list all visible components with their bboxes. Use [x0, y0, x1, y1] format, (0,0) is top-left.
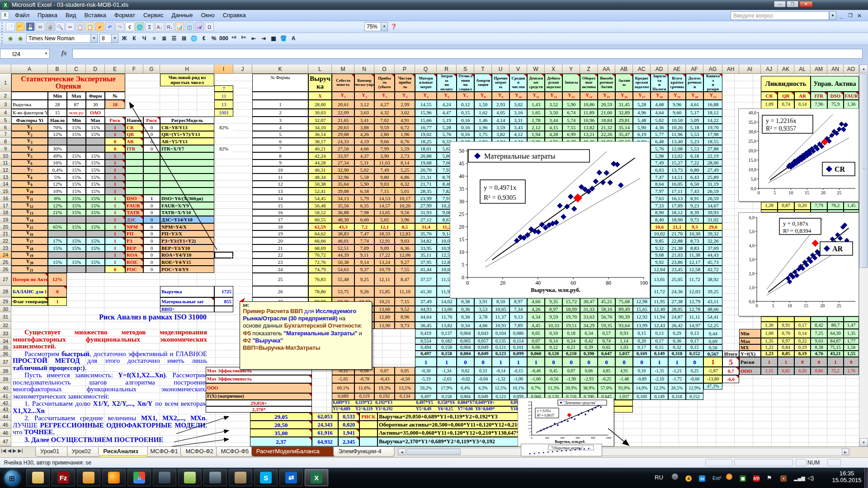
ratio-name[interactable]: NPM	[125, 223, 143, 230]
data-cell[interactable]: 12,17	[686, 258, 703, 266]
ar-chart[interactable]: 0,01,02,03,04,05,06,00510152025y = 0,187…	[738, 212, 859, 316]
risk-flag[interactable]: 1	[105, 124, 125, 131]
data-cell[interactable]: 31,45	[615, 100, 633, 109]
data-cell[interactable]: 18,00	[668, 216, 686, 223]
data-cell[interactable]: 7,22	[686, 160, 703, 166]
stat-cell[interactable]: 1	[415, 357, 437, 367]
stat-cell[interactable]: 0,158	[437, 351, 457, 357]
bottom-cell[interactable]: 0,10	[633, 367, 651, 375]
data-cell[interactable]: 28,35	[415, 188, 437, 195]
stat-cell[interactable]: 0,004	[457, 329, 474, 338]
row-header-41[interactable]: 41	[0, 393, 11, 400]
stat-cell[interactable]: 0,15	[651, 344, 668, 351]
regression-model[interactable]: FAUR=X/Y9	[160, 202, 214, 209]
result-value[interactable]: 62,053	[312, 413, 338, 421]
data-cell[interactable]: 7,74	[354, 237, 374, 244]
data-cell[interactable]: 19,68	[415, 160, 437, 166]
show-desktop-button[interactable]	[864, 468, 868, 488]
cell[interactable]	[143, 181, 160, 188]
stat-value[interactable]: 7,25	[811, 329, 827, 338]
cell[interactable]: 12%	[48, 131, 67, 138]
data-cell[interactable]: 18,84	[598, 117, 615, 124]
monitor-icon[interactable]	[203, 469, 227, 486]
risk-flag[interactable]: 1	[105, 152, 125, 160]
decimal-inc-icon[interactable]: ⁺⁰	[229, 34, 238, 43]
stat-cell[interactable]: 0	[633, 357, 651, 367]
data-cell[interactable]: 10,50	[668, 117, 686, 124]
data-cell[interactable]: 34,29	[580, 322, 598, 329]
risk-flag[interactable]: 1	[105, 160, 125, 166]
factor-label[interactable]: Y5	[11, 152, 48, 160]
firm-number[interactable]: 15	[252, 202, 308, 209]
data-cell[interactable]: 1,46	[474, 117, 492, 124]
data-cell[interactable]: 25,89	[703, 174, 722, 181]
stat-value[interactable]: 0,20	[794, 367, 811, 375]
data-cell[interactable]: 9,25	[354, 273, 374, 286]
firm-number[interactable]: 11	[252, 174, 308, 181]
bottom-cell[interactable]: -0,30	[415, 367, 437, 375]
data-cell[interactable]: 35,76	[415, 230, 437, 237]
data-cell[interactable]: 5,90	[633, 124, 651, 131]
font-name-combo[interactable]: Times New Roman▼	[26, 34, 98, 43]
stat-cell[interactable]: 1	[703, 357, 722, 367]
data-cell[interactable]: 33,95	[415, 244, 437, 252]
redo-icon[interactable]: ↷	[115, 22, 124, 31]
thousands-icon[interactable]: 000	[219, 34, 228, 43]
data-cell[interactable]: 5,53	[686, 131, 703, 138]
data-cell[interactable]: 24,33	[332, 138, 354, 145]
data-cell[interactable]: 35,56	[332, 202, 354, 209]
stat-cell[interactable]: 0,13	[651, 329, 668, 338]
data-cell[interactable]: 18,55	[703, 138, 722, 145]
language-indicator[interactable]: RU	[655, 474, 663, 481]
column-header-AC[interactable]: AC	[633, 65, 651, 74]
factor-label[interactable]: Y12	[11, 202, 48, 209]
cell[interactable]: К-во факторов Y	[11, 109, 48, 117]
data-cell[interactable]: 76,83	[308, 273, 332, 286]
cell[interactable]	[48, 138, 67, 145]
data-cell[interactable]: 9,11	[354, 252, 374, 258]
chrome-icon[interactable]: ○	[127, 469, 151, 486]
bottom-cell[interactable]: 0,07	[562, 367, 580, 375]
data-cell[interactable]: 4,37	[354, 152, 374, 160]
data-cell[interactable]: 44,28	[308, 160, 332, 166]
stat-value[interactable]: 0,84	[778, 344, 794, 351]
row-header-14[interactable]: 14	[0, 181, 11, 188]
menu-Вид[interactable]: Вид	[61, 10, 80, 20]
firm-number[interactable]: 21	[252, 244, 308, 252]
data-cell[interactable]: 6,74	[562, 109, 580, 117]
copy-icon[interactable]: 📋	[75, 22, 85, 31]
bottom-cell[interactable]: 0,07	[374, 367, 395, 375]
cell[interactable]: 15%	[67, 174, 86, 181]
data-cell[interactable]: 23,99	[415, 195, 437, 202]
stat-cell[interactable]: 0,15	[633, 329, 651, 338]
firefox-icon[interactable]	[102, 469, 126, 486]
row-header-11[interactable]: 11	[0, 160, 11, 166]
data-cell[interactable]: 9,27	[395, 258, 415, 266]
data-cell[interactable]: 4,24	[437, 100, 457, 109]
data-cell[interactable]: 18,33	[374, 230, 395, 237]
cell[interactable]: 10%	[48, 188, 67, 195]
factor-label[interactable]: Y4	[11, 145, 48, 152]
sheet-tab-РискАнализ[interactable]: РискАнализ	[98, 447, 148, 456]
question-box[interactable]: Введите вопрос	[731, 11, 829, 20]
bottom-cell[interactable]: -0,78	[354, 375, 374, 383]
doc-restore-button[interactable]: ❐	[848, 13, 853, 19]
firm-number[interactable]: 14	[252, 195, 308, 202]
data-cell[interactable]: 18,01	[415, 145, 437, 152]
stat-cell[interactable]: 0,29	[668, 329, 686, 338]
data-cell[interactable]: 4,05	[492, 109, 509, 117]
data-cell[interactable]: 56,76	[598, 312, 615, 322]
ratio-risk[interactable]: 0	[143, 145, 160, 152]
tray-volume-icon[interactable]: ◁)	[807, 474, 814, 482]
bottom-cell[interactable]: 13,5%	[395, 383, 415, 393]
vertical-scrollbar[interactable]: ▲ ≡ ▼	[859, 65, 868, 446]
preview-icon[interactable]: 🔍	[56, 22, 65, 31]
bottom-cell[interactable]: 0,149	[651, 393, 668, 400]
data-cell[interactable]: 7,2	[354, 223, 374, 230]
underline-icon[interactable]: Ч	[140, 34, 149, 43]
cell[interactable]	[125, 166, 143, 174]
stat-cell[interactable]: 0,74	[598, 338, 615, 344]
ratio-value[interactable]: 7,96	[811, 100, 827, 109]
mail-icon[interactable]: ✉	[36, 22, 45, 31]
data-cell[interactable]: 4,64	[651, 109, 668, 117]
